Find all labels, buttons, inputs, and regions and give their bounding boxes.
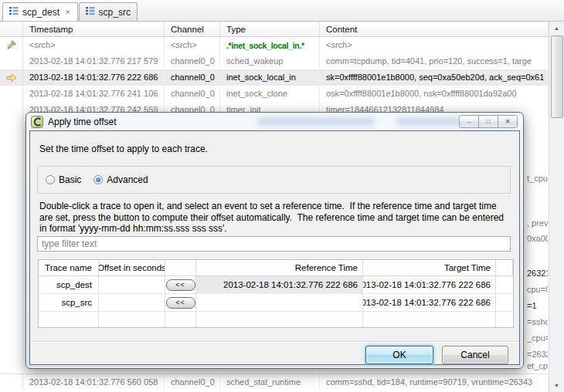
cell-empty bbox=[99, 312, 165, 327]
column-header-content[interactable]: Content bbox=[320, 22, 549, 37]
table-row-selected[interactable]: 2013-02-18 14:01:32.776 222 686 channel0… bbox=[0, 69, 549, 86]
offset-table-row-scp-dest[interactable]: scp_dest << 2013-02-18 14:01:32.776 222 … bbox=[39, 276, 513, 294]
occluded-row-fragment: et_cpu bbox=[527, 361, 548, 370]
cell-channel[interactable]: channel0_0 bbox=[165, 374, 220, 390]
column-header-offset[interactable]: Offset in seconds bbox=[99, 260, 165, 275]
cell-offset[interactable] bbox=[99, 294, 165, 311]
column-header-reference-time[interactable]: Reference Time bbox=[196, 260, 363, 275]
search-cell-type[interactable]: .*inet_sock_local_in.* bbox=[220, 37, 320, 53]
ok-button[interactable]: OK bbox=[365, 346, 433, 364]
occluded-row-fragment: cpu=0 bbox=[527, 285, 548, 294]
cell-timestamp[interactable]: 2013-02-18 14:01:32.776 222 686 bbox=[23, 69, 165, 86]
vertical-scrollbar[interactable]: ▲ ▼ bbox=[549, 22, 564, 392]
radio-basic[interactable]: Basic bbox=[46, 174, 81, 185]
cell-trace-name[interactable]: scp_src bbox=[39, 294, 99, 311]
scroll-up-icon[interactable]: ▲ bbox=[549, 22, 564, 35]
column-header-channel[interactable]: Channel bbox=[165, 22, 220, 37]
search-filter-row[interactable]: <srch> <srch> .*inet_sock_local_in.* <sr… bbox=[0, 37, 549, 53]
radio-circle-selected-icon[interactable] bbox=[93, 175, 103, 184]
events-table-header: Timestamp Channel Type Content bbox=[0, 22, 549, 37]
tab-label: scp_src bbox=[99, 7, 131, 18]
cell-empty bbox=[165, 312, 196, 327]
occluded-row-fragment: =sshd bbox=[527, 317, 548, 326]
column-header-target-time[interactable]: Target Time bbox=[363, 260, 496, 275]
occluded-row-fragment: 26321 bbox=[527, 269, 548, 278]
scrollbar-thumb[interactable] bbox=[551, 35, 563, 118]
cell-content[interactable]: comm=sshd, tid=184, runtime=90719, vrunt… bbox=[320, 374, 549, 390]
column-header-timestamp[interactable]: Timestamp bbox=[23, 22, 165, 37]
offset-table: Trace name Offset in seconds Reference T… bbox=[38, 259, 514, 328]
cell-timestamp[interactable]: 2013-02-18 14:01:32.776 217 579 bbox=[23, 53, 165, 69]
copy-target-to-reference-button[interactable]: << bbox=[166, 279, 195, 291]
radio-circle-icon[interactable] bbox=[46, 175, 55, 184]
dialog-instructions: Double-click a trace to open it, and sel… bbox=[39, 201, 511, 235]
cell-content[interactable]: osk=0xffff88001e1b8000, nsk=0xffff88001d… bbox=[320, 86, 549, 102]
table-row[interactable]: 2013-02-18 14:01:32.776 560 058 channel0… bbox=[0, 373, 549, 390]
occluded-row-fragment: t_cpu: bbox=[527, 174, 548, 183]
cell-type[interactable]: sched_wakeup bbox=[220, 53, 320, 69]
tab-label: scp_dest bbox=[22, 7, 59, 18]
cell-filler bbox=[496, 294, 513, 311]
search-cell-channel[interactable]: <srch> bbox=[165, 37, 220, 53]
column-header-trace-name[interactable]: Trace name bbox=[39, 260, 99, 275]
cell-trace-name[interactable]: scp_dest bbox=[39, 276, 99, 293]
button-bar-separator bbox=[30, 341, 519, 343]
cell-target-time[interactable]: 2013-02-18 14:01:32.776 222 686 bbox=[363, 276, 496, 293]
tab-scp-dest[interactable]: scp_dest ✕ bbox=[2, 2, 78, 21]
search-cell-content[interactable]: <srch> bbox=[320, 37, 549, 53]
cell-empty bbox=[496, 312, 513, 327]
dialog-title: Apply time offset bbox=[48, 117, 117, 127]
apply-time-offset-dialog: Apply time offset – □ ✕ Set the time off… bbox=[25, 112, 524, 369]
column-header-type[interactable]: Type bbox=[220, 22, 320, 37]
cell-empty bbox=[363, 312, 496, 327]
cell-content[interactable]: sk=0xffff88001e1b8000, seq=0xa50eb20d, a… bbox=[320, 69, 549, 86]
tab-scp-src[interactable]: scp_src bbox=[79, 2, 138, 21]
offset-table-empty-row bbox=[39, 312, 513, 327]
glass-reflection bbox=[397, 117, 467, 125]
cell-offset[interactable] bbox=[99, 276, 165, 293]
cancel-button[interactable]: Cancel bbox=[442, 346, 508, 364]
radio-advanced-label: Advanced bbox=[107, 174, 148, 185]
close-icon[interactable]: ✕ bbox=[498, 115, 518, 128]
close-tab-icon[interactable]: ✕ bbox=[65, 8, 71, 16]
dialog-body: Set the time offset to apply to each tra… bbox=[29, 130, 520, 365]
search-pen-icon bbox=[0, 37, 23, 53]
cell-type[interactable]: inet_sock_clone bbox=[220, 86, 320, 102]
offset-table-header: Trace name Offset in seconds Reference T… bbox=[39, 260, 513, 276]
table-row[interactable]: 2013-02-18 14:01:32.776 241 106 channel0… bbox=[0, 86, 549, 102]
occluded-row-fragment: 0xa00 bbox=[527, 234, 548, 243]
column-header-filler bbox=[496, 260, 513, 275]
cell-type[interactable]: sched_stat_runtime bbox=[220, 374, 320, 390]
dialog-header-text: Set the time offset to apply to each tra… bbox=[39, 144, 208, 154]
minimize-icon[interactable]: – bbox=[459, 115, 479, 128]
cell-channel[interactable]: channel0_0 bbox=[165, 86, 220, 102]
dialog-title-bar[interactable]: Apply time offset – □ ✕ bbox=[26, 113, 523, 130]
cell-content[interactable]: comm=tcpdump, tid=4041, prio=120, succes… bbox=[320, 53, 549, 69]
mode-radio-group: Basic Advanced bbox=[37, 166, 511, 194]
row-gutter bbox=[0, 374, 23, 390]
cell-reference-time[interactable] bbox=[196, 294, 363, 311]
cell-type[interactable]: inet_sock_local_in bbox=[220, 69, 320, 86]
events-list-icon bbox=[86, 6, 95, 18]
application-window: scp_dest ✕ scp_src Timestamp Channel Typ… bbox=[0, 0, 564, 392]
editor-tab-bar: scp_dest ✕ scp_src bbox=[0, 0, 564, 22]
cell-reference-time[interactable]: 2013-02-18 14:01:32.776 222 686 bbox=[196, 276, 363, 293]
cell-empty bbox=[39, 312, 99, 327]
cell-timestamp[interactable]: 2013-02-18 14:01:32.776 560 058 bbox=[23, 374, 165, 390]
table-row[interactable]: 2013-02-18 14:01:32.776 217 579 channel0… bbox=[0, 53, 549, 69]
cell-channel[interactable]: channel0_0 bbox=[165, 69, 220, 86]
cell-timestamp[interactable]: 2013-02-18 14:01:32.776 241 106 bbox=[23, 86, 165, 102]
copy-target-to-reference-button[interactable]: << bbox=[166, 297, 195, 309]
row-gutter bbox=[0, 102, 23, 118]
radio-advanced[interactable]: Advanced bbox=[93, 174, 148, 185]
occluded-row-fragment: , prev bbox=[527, 218, 548, 228]
search-cell-timestamp[interactable]: <srch> bbox=[23, 37, 165, 53]
offset-table-row-scp-src[interactable]: scp_src << 2013-02-18 14:01:32.776 222 6… bbox=[39, 294, 513, 312]
cell-channel[interactable]: channel0_0 bbox=[165, 53, 220, 69]
cell-target-time[interactable]: 2013-02-18 14:01:32.776 222 686 bbox=[363, 294, 496, 311]
filter-input[interactable] bbox=[37, 236, 511, 252]
scroll-down-icon[interactable]: ▼ bbox=[549, 379, 564, 392]
column-header-button[interactable] bbox=[165, 260, 196, 275]
events-table: Timestamp Channel Type Content <srch> <s… bbox=[0, 22, 549, 118]
maximize-icon[interactable]: □ bbox=[478, 115, 498, 128]
